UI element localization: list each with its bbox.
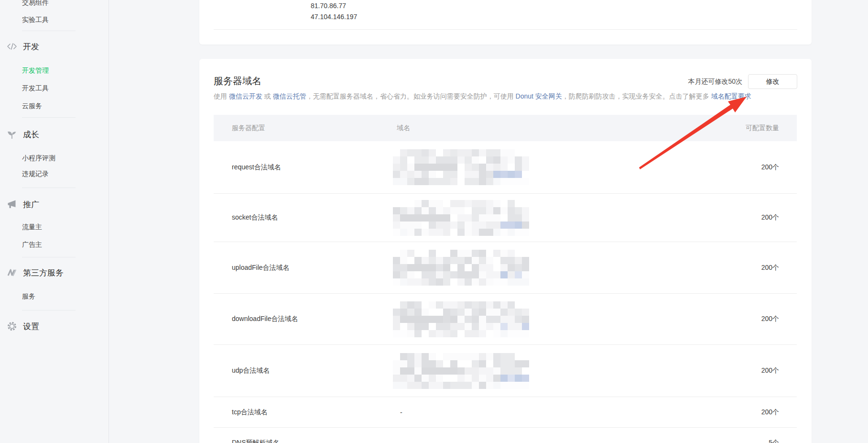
- col-header-quota: 可配置数量: [701, 124, 797, 133]
- sidebar-section-promotion[interactable]: 推广: [0, 194, 108, 215]
- ip-whitelist-card: 81.70.86.77 47.104.146.197: [199, 0, 812, 44]
- sidebar-section-third-party[interactable]: 第三方服务: [0, 262, 108, 283]
- server-domain-card: 服务器域名 本月还可修改50次 修改 使用 微信云开发 或 微信云托管，无需配置…: [199, 59, 812, 443]
- redacted-domains: [393, 149, 529, 185]
- sprout-icon: [7, 129, 17, 140]
- row-quota: 200个: [701, 315, 797, 323]
- sidebar-item-traffic-master[interactable]: 流量主: [0, 219, 108, 236]
- ip-address: 47.104.146.197: [311, 11, 357, 22]
- code-icon: [7, 41, 17, 52]
- row-quota: 200个: [701, 213, 797, 222]
- table-row-downloadfile: downloadFile合法域名 200个: [214, 294, 797, 345]
- ip-list: 81.70.86.77 47.104.146.197: [311, 0, 357, 22]
- table-row-udp: udp合法域名 200个: [214, 345, 797, 397]
- sidebar-divider: [22, 257, 76, 257]
- redacted-domains: [393, 301, 529, 337]
- page-title: 服务器域名: [214, 75, 261, 88]
- sidebar-divider: [22, 31, 76, 31]
- table-row-request: request合法域名 200个: [214, 141, 797, 194]
- redacted-domains: [393, 200, 529, 236]
- cloud-dev-link[interactable]: 微信云开发: [229, 92, 262, 100]
- sidebar-item-experiment-tools[interactable]: 实验工具: [0, 11, 108, 29]
- redacted-domains: [393, 353, 529, 389]
- domain-config-requirements-link[interactable]: 域名配置要求: [711, 92, 751, 100]
- row-label: udp合法域名: [214, 366, 397, 375]
- sidebar-item-cloud-services[interactable]: 云服务: [0, 98, 108, 115]
- table-row-dns: DNS预解析域名 5个: [214, 428, 797, 443]
- row-label: request合法域名: [214, 163, 397, 172]
- cloud-hosting-link[interactable]: 微信云托管: [273, 92, 306, 100]
- ip-address: 81.70.86.77: [311, 0, 357, 11]
- sidebar-item-dev-management[interactable]: 开发管理: [0, 62, 108, 79]
- monthly-quota-note: 本月还可修改50次: [688, 78, 742, 86]
- row-label: uploadFile合法域名: [214, 264, 397, 272]
- row-quota: 200个: [701, 264, 797, 272]
- modify-button[interactable]: 修改: [748, 74, 797, 89]
- row-label: socket合法域名: [214, 213, 397, 222]
- sidebar-section-settings[interactable]: 设置: [0, 316, 108, 337]
- sidebar-section-development[interactable]: 开发: [0, 36, 108, 57]
- row-domain: -: [397, 409, 701, 416]
- divider: [214, 29, 797, 30]
- sidebar-item-services[interactable]: 服务: [0, 288, 108, 305]
- row-label: downloadFile合法域名: [214, 315, 397, 323]
- domain-table: 服务器配置 域名 可配置数量 request合法域名 200个 socket合法…: [214, 115, 797, 443]
- sidebar-divider: [22, 117, 76, 118]
- table-header-row: 服务器配置 域名 可配置数量: [214, 115, 797, 141]
- sidebar-item-transaction-components[interactable]: 交易组件: [0, 0, 108, 11]
- col-header-domain: 域名: [397, 124, 701, 133]
- table-row-uploadfile: uploadFile合法域名 200个: [214, 242, 797, 294]
- card-description: 使用 微信云开发 或 微信云托管，无需配置服务器域名，省心省力。如业务访问需要安…: [214, 92, 751, 101]
- sidebar-section-growth[interactable]: 成长: [0, 124, 108, 145]
- sidebar-item-miniprogram-evaluation[interactable]: 小程序评测: [0, 150, 108, 167]
- sidebar-divider: [22, 188, 76, 188]
- third-party-icon: [7, 267, 17, 278]
- row-quota: 5个: [701, 439, 797, 443]
- sidebar: 交易组件 实验工具 开发 开发管理 开发工具 云服务 成长 小程序评测 违规记录: [0, 0, 109, 443]
- sidebar-item-violation-records[interactable]: 违规记录: [0, 166, 108, 183]
- row-quota: 200个: [701, 408, 797, 417]
- redacted-domains: [393, 250, 529, 286]
- table-row-socket: socket合法域名 200个: [214, 194, 797, 242]
- donut-gateway-link[interactable]: Donut 安全网关: [516, 92, 562, 100]
- col-header-server-config: 服务器配置: [214, 124, 397, 133]
- megaphone-icon: [7, 199, 17, 210]
- sidebar-item-dev-tools[interactable]: 开发工具: [0, 80, 108, 97]
- gear-icon: [7, 321, 17, 332]
- row-label: tcp合法域名: [214, 408, 397, 417]
- sidebar-item-advertiser[interactable]: 广告主: [0, 236, 108, 254]
- row-label: DNS预解析域名: [214, 439, 397, 443]
- sidebar-divider: [22, 310, 76, 310]
- table-row-tcp: tcp合法域名 - 200个: [214, 397, 797, 428]
- row-quota: 200个: [701, 366, 797, 375]
- row-quota: 200个: [701, 163, 797, 172]
